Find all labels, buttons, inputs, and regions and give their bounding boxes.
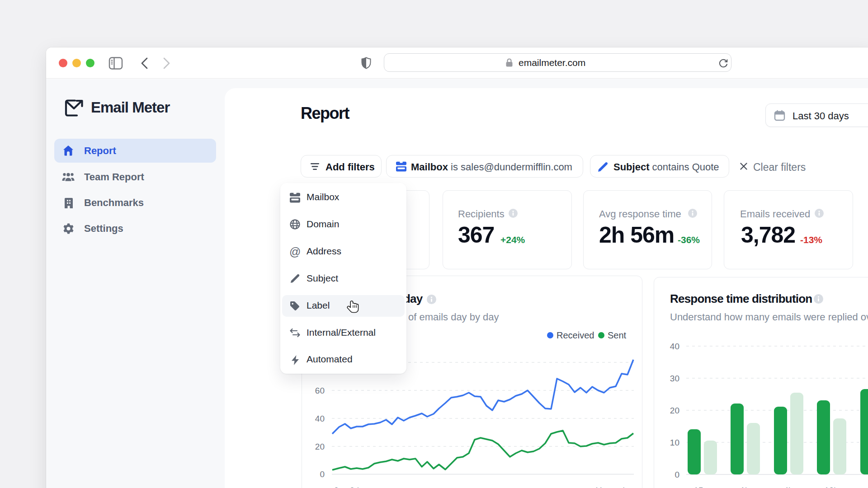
- svg-text:40: 40: [670, 342, 679, 351]
- svg-text:20: 20: [315, 442, 325, 451]
- svg-text:15m: 15m: [694, 486, 711, 488]
- svg-text:60: 60: [315, 386, 325, 395]
- svg-text:4h: 4h: [783, 486, 793, 488]
- svg-text:0: 0: [675, 470, 679, 479]
- svg-text:40: 40: [315, 414, 325, 423]
- svg-text:20: 20: [670, 406, 679, 415]
- svg-text:0: 0: [320, 469, 325, 479]
- svg-text:Yesterday: Yesterday: [596, 486, 634, 488]
- svg-text:30: 30: [670, 374, 679, 383]
- svg-text:Jan 9th: Jan 9th: [334, 486, 362, 488]
- svg-text:1h: 1h: [740, 486, 750, 488]
- svg-text:10: 10: [670, 438, 679, 447]
- svg-text:12h: 12h: [824, 486, 839, 488]
